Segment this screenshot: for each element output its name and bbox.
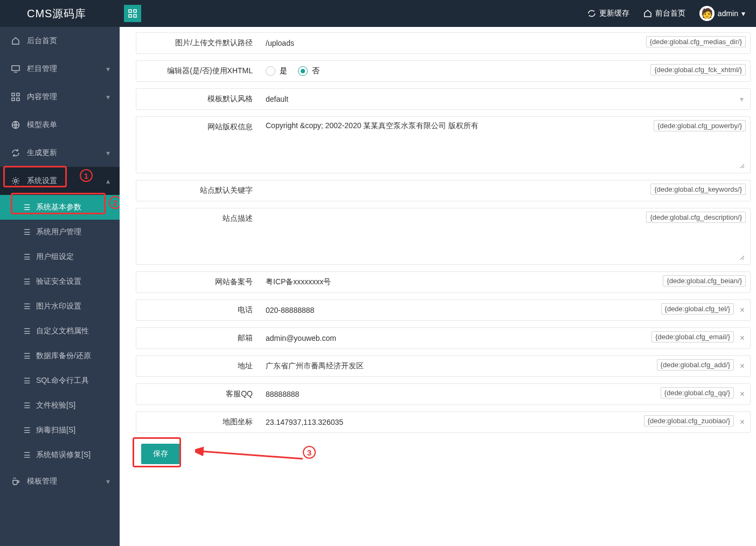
radio-xhtml-yes[interactable]: 是	[266, 66, 287, 76]
row-address: 地址 {dede:global.cfg_add/} ×	[136, 355, 751, 377]
tag-beian: {dede:global.cfg_beian/}	[663, 275, 746, 286]
tag-zuobiao: {dede:global.cfg_zuobiao/}	[644, 415, 734, 426]
annotation-arrow	[195, 444, 314, 465]
svg-rect-2	[129, 15, 131, 17]
list-icon: ☰	[24, 253, 31, 261]
label-zuobiao: 地图坐标	[136, 412, 260, 432]
list-icon: ☰	[24, 327, 31, 335]
refresh-icon	[10, 149, 22, 157]
submenu-sql[interactable]: ☰SQL命令行工具	[0, 368, 120, 393]
select-template[interactable]	[266, 95, 745, 103]
clear-qq-icon[interactable]: ×	[740, 389, 745, 399]
row-template: 模板默认风格 ▾	[136, 88, 751, 110]
label-keywords: 站点默认关键字	[136, 180, 260, 201]
tag-keywords: {dede:global.cfg_keywords/}	[650, 184, 746, 195]
svg-rect-4	[12, 66, 19, 71]
submenu-dbbackup[interactable]: ☰数据库备份/还原	[0, 344, 120, 368]
label-beian: 网站备案号	[136, 272, 260, 292]
label-upload-path: 图片/上传文件默认路径	[136, 33, 260, 53]
submenu-filecheck[interactable]: ☰文件校验[S]	[0, 393, 120, 418]
submenu-group[interactable]: ☰用户组设定	[0, 244, 120, 269]
clear-tel-icon[interactable]: ×	[740, 305, 745, 315]
annotation-num-3: 3	[303, 446, 316, 459]
svg-line-11	[200, 451, 303, 459]
list-icon: ☰	[24, 352, 31, 360]
svg-rect-0	[129, 10, 131, 12]
globe-icon	[10, 121, 22, 129]
menu-content[interactable]: 内容管理 ▾	[0, 83, 120, 111]
grid-icon	[128, 9, 137, 18]
list-icon: ☰	[24, 302, 31, 311]
row-tel: 电话 {dede:global.cfg_tel/} ×	[136, 299, 751, 321]
avatar: 🧑	[699, 6, 715, 21]
clear-address-icon[interactable]: ×	[740, 361, 745, 371]
menu-home[interactable]: 后台首页	[0, 27, 120, 55]
user-menu[interactable]: 🧑 admin ▾	[699, 6, 745, 21]
submenu-basic[interactable]: ☰系统基本参数	[0, 195, 120, 220]
menu-generate[interactable]: 生成更新 ▾	[0, 139, 120, 167]
cup-icon	[10, 477, 22, 486]
chevron-down-icon: ▾	[106, 65, 110, 73]
chevron-down-icon: ▾	[106, 149, 110, 157]
label-copyright: 网站版权信息	[136, 117, 260, 173]
row-zuobiao: 地图坐标 {dede:global.cfg_zuobiao/} ×	[136, 411, 751, 433]
submenu-verify[interactable]: ☰验证安全设置	[0, 269, 120, 294]
submenu-user[interactable]: ☰系统用户管理	[0, 220, 120, 244]
menu-model[interactable]: 模型表单	[0, 111, 120, 139]
list-icon: ☰	[24, 376, 31, 385]
svg-rect-7	[12, 98, 15, 101]
refresh-cache-link[interactable]: 更新缓存	[587, 9, 629, 18]
submenu-virus[interactable]: ☰病毒扫描[S]	[0, 418, 120, 443]
label-email: 邮箱	[136, 328, 260, 348]
submenu-docattr[interactable]: ☰自定义文档属性	[0, 319, 120, 344]
save-button[interactable]: 保存	[141, 444, 180, 464]
clear-email-icon[interactable]: ×	[740, 333, 745, 343]
submenu-watermark[interactable]: ☰图片水印设置	[0, 294, 120, 319]
menu-column[interactable]: 栏目管理 ▾	[0, 55, 120, 83]
grid-icon	[10, 93, 22, 101]
sidebar: 后台首页 栏目管理 ▾ 内容管理 ▾ 模型表单 生成更新 ▾ 系统设置 ▴ ☰系…	[0, 27, 120, 546]
frontend-home-link[interactable]: 前台首页	[643, 9, 685, 18]
label-qq: 客服QQ	[136, 384, 260, 404]
svg-rect-5	[12, 93, 15, 96]
grid-toggle-button[interactable]	[124, 5, 141, 22]
chevron-down-icon: ▾	[740, 95, 744, 103]
row-description: 站点描述 {dede:global.cfg_description/}	[136, 208, 751, 265]
list-icon: ☰	[24, 277, 31, 286]
svg-point-10	[15, 180, 17, 183]
refresh-icon	[587, 9, 596, 18]
header: CMS源码库 更新缓存 前台首页 🧑 admin ▾	[0, 0, 756, 27]
row-upload-path: 图片/上传文件默认路径 {dede:global.cfg_medias_dir/…	[136, 32, 751, 54]
clear-zuobiao-icon[interactable]: ×	[740, 417, 745, 427]
home-icon	[10, 37, 22, 45]
tag-tel: {dede:global.cfg_tel/}	[661, 303, 734, 314]
label-tel: 电话	[136, 300, 260, 320]
menu-system[interactable]: 系统设置 ▴	[0, 167, 120, 195]
row-email: 邮箱 {dede:global.cfg_email/} ×	[136, 327, 751, 349]
monitor-icon	[10, 65, 22, 73]
label-description: 站点描述	[136, 208, 260, 264]
chevron-down-icon: ▾	[741, 9, 745, 18]
label-template: 模板默认风格	[136, 89, 260, 109]
row-xhtml: 编辑器(是/否)使用XHTML 是 否 {dede:global.cfg_fck…	[136, 60, 751, 82]
submenu-errfix[interactable]: ☰系统错误修复[S]	[0, 443, 120, 467]
tag-qq: {dede:global.cfg_qq/}	[661, 387, 734, 398]
radio-xhtml-no[interactable]: 否	[298, 66, 320, 76]
content-area: 图片/上传文件默认路径 {dede:global.cfg_medias_dir/…	[120, 27, 756, 546]
row-keywords: 站点默认关键字 {dede:global.cfg_keywords/}	[136, 180, 751, 201]
svg-rect-6	[17, 93, 19, 96]
tag-address: {dede:global.cfg_add/}	[657, 359, 734, 370]
tag-email: {dede:global.cfg_email/}	[651, 331, 734, 342]
row-copyright: 网站版权信息 {dede:global.cfg_powerby/}	[136, 116, 751, 173]
list-icon: ☰	[24, 228, 31, 236]
row-beian: 网站备案号 {dede:global.cfg_beian/}	[136, 271, 751, 293]
list-icon: ☰	[24, 426, 31, 435]
chevron-down-icon: ▾	[106, 93, 110, 101]
label-address: 地址	[136, 356, 260, 376]
menu-template[interactable]: 模板管理 ▾	[0, 467, 120, 495]
gear-icon	[10, 177, 22, 185]
svg-rect-8	[17, 98, 19, 101]
svg-rect-1	[134, 10, 136, 12]
label-xhtml: 编辑器(是/否)使用XHTML	[136, 61, 260, 81]
chevron-down-icon: ▾	[106, 477, 110, 486]
